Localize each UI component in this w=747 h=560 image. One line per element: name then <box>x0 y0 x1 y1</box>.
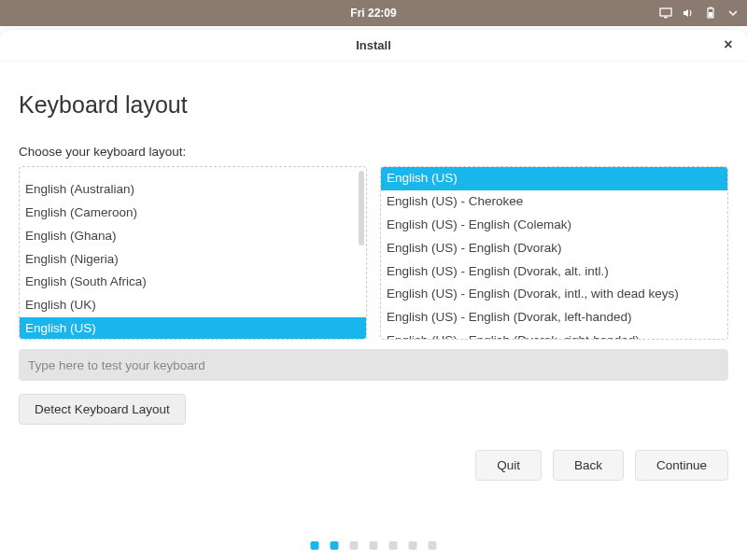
list-item[interactable]: English (South Africa) <box>20 271 366 294</box>
list-item[interactable]: English (Cameroon) <box>20 202 366 225</box>
clock: Fri 22:09 <box>350 7 396 20</box>
svg-rect-4 <box>709 12 712 17</box>
continue-button[interactable]: Continue <box>635 450 728 481</box>
list-item[interactable]: English (US) - English (Dvorak) <box>381 237 727 260</box>
footer-buttons: Quit Back Continue <box>475 450 728 481</box>
display-icon[interactable] <box>659 7 672 20</box>
close-button[interactable]: × <box>719 35 738 54</box>
svg-rect-3 <box>710 7 712 9</box>
scrollbar[interactable] <box>359 171 364 245</box>
volume-icon[interactable] <box>682 7 695 20</box>
list-item[interactable]: English (US) - English (Dvorak, alt. int… <box>381 260 727 284</box>
progress-dot <box>389 541 398 550</box>
list-item[interactable]: English (US) - English (Dvorak, right-ha… <box>381 329 727 340</box>
progress-dot <box>409 541 417 550</box>
chevron-down-icon[interactable] <box>726 7 740 20</box>
quit-button[interactable]: Quit <box>475 450 542 481</box>
list-item[interactable]: English (UK) <box>20 294 366 317</box>
list-item[interactable] <box>20 166 366 178</box>
detect-layout-button[interactable]: Detect Keyboard Layout <box>19 394 186 425</box>
svg-rect-0 <box>660 8 671 16</box>
content-area: Keyboard layout Choose your keyboard lay… <box>0 62 747 425</box>
progress-dot <box>311 541 319 550</box>
progress-dot <box>331 541 339 550</box>
keyboard-test-input[interactable] <box>19 349 728 381</box>
list-item[interactable]: English (US) <box>381 167 727 190</box>
installer-window: Install × Keyboard layout Choose your ke… <box>0 30 747 560</box>
window-titlebar: Install × <box>0 30 747 62</box>
list-item[interactable]: English (US) - English (Dvorak, intl., w… <box>381 283 727 306</box>
keyboard-lists: English (Australian)English (Cameroon)En… <box>19 166 728 340</box>
battery-icon[interactable] <box>704 7 717 20</box>
list-item[interactable]: English (Ghana) <box>20 225 366 248</box>
progress-dot <box>350 541 359 550</box>
prompt-label: Choose your keyboard layout: <box>19 145 728 159</box>
status-area[interactable] <box>659 7 740 20</box>
back-button[interactable]: Back <box>553 450 624 481</box>
layout-listbox[interactable]: English (Australian)English (Cameroon)En… <box>19 166 367 340</box>
system-topbar: Fri 22:09 <box>0 0 747 26</box>
window-title: Install <box>356 38 391 52</box>
list-item[interactable]: English (Australian) <box>20 178 366 202</box>
page-heading: Keyboard layout <box>19 91 728 119</box>
list-item[interactable]: English (US) <box>20 317 366 340</box>
progress-dot <box>370 541 378 550</box>
list-item[interactable]: English (US) - English (Dvorak, left-han… <box>381 306 727 329</box>
progress-dots <box>311 541 437 550</box>
variant-listbox[interactable]: English (US)English (US) - CherokeeEngli… <box>380 166 728 340</box>
progress-dot <box>429 541 437 550</box>
list-item[interactable]: English (US) - Cherokee <box>381 190 727 214</box>
list-item[interactable]: English (US) - English (Colemak) <box>381 214 727 237</box>
svg-rect-1 <box>664 17 668 18</box>
list-item[interactable]: English (Nigeria) <box>20 248 366 272</box>
